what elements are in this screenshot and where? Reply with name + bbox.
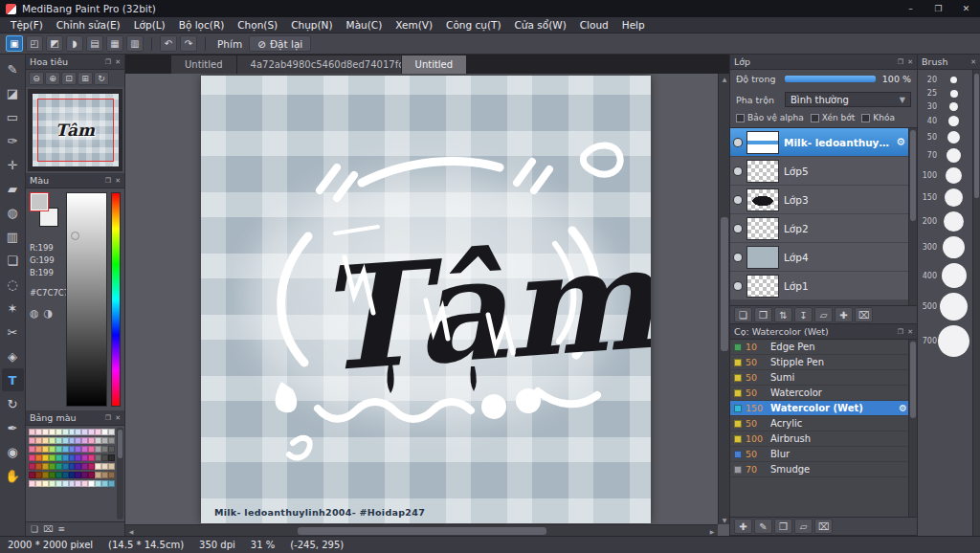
palette-swatch[interactable] xyxy=(35,463,42,470)
brush-size-scrollbar[interactable] xyxy=(972,70,980,536)
palette-swatch[interactable] xyxy=(81,454,88,461)
layer-row[interactable]: Lớp5 ⚙ xyxy=(730,157,917,186)
panel-close-icon[interactable]: ✕ xyxy=(907,328,913,336)
brush-folder-icon[interactable]: ▱ xyxy=(794,519,813,534)
layer-folder-icon[interactable]: ▱ xyxy=(814,307,833,322)
palette-swatch[interactable] xyxy=(108,437,115,444)
undo-icon[interactable]: ↶ xyxy=(160,35,177,52)
zoom-fit-icon[interactable]: ⊞ xyxy=(78,72,93,85)
palette-swatch[interactable] xyxy=(108,446,115,453)
palette-swatch[interactable] xyxy=(62,429,69,435)
layer-list-scrollbar[interactable] xyxy=(908,128,917,305)
palette-swatch[interactable] xyxy=(75,437,81,444)
brush-size-option[interactable]: 700 xyxy=(920,325,970,357)
palette-swatch[interactable] xyxy=(35,480,42,487)
panel-float-icon[interactable]: ❐ xyxy=(898,58,903,66)
palette-swatch[interactable] xyxy=(81,429,88,435)
palette-swatch[interactable] xyxy=(35,429,42,435)
rotate-reset-icon[interactable]: ↻ xyxy=(94,72,109,85)
palette-swatch[interactable] xyxy=(81,463,88,470)
palette-swatch[interactable] xyxy=(95,429,101,435)
opacity-slider[interactable] xyxy=(785,76,876,82)
brush-size-option[interactable]: 25 xyxy=(920,89,970,98)
canvas-horizontal-scrollbar[interactable]: ◀ ▶ xyxy=(125,524,718,536)
duplicate-brush-icon[interactable]: ❐ xyxy=(774,519,792,534)
palette-swatch[interactable] xyxy=(88,446,95,453)
add-color-icon[interactable]: ❏ xyxy=(31,524,38,534)
clipping-checkbox[interactable]: Xén bớt xyxy=(811,113,856,122)
saturation-value-picker[interactable] xyxy=(66,192,107,407)
palette-swatch[interactable] xyxy=(95,472,101,478)
palette-swatch[interactable] xyxy=(69,446,76,453)
palette-swatch[interactable] xyxy=(49,454,56,461)
scroll-thumb[interactable] xyxy=(721,217,728,351)
brush-size-option[interactable]: 500 xyxy=(920,293,970,321)
palette-swatch[interactable] xyxy=(88,437,95,444)
palette-swatch[interactable] xyxy=(75,480,81,487)
lock-checkbox[interactable]: Khóa xyxy=(861,113,895,122)
palette-swatch[interactable] xyxy=(56,446,62,453)
palette-swatch[interactable] xyxy=(29,463,35,470)
color-wheel-icon[interactable]: ◍ xyxy=(30,307,39,320)
palette-swatch[interactable] xyxy=(35,437,42,444)
hand-tool[interactable]: ✋ xyxy=(2,464,24,487)
brush-list-scrollbar[interactable] xyxy=(908,340,917,517)
rotate-tool[interactable]: ↻ xyxy=(2,392,24,415)
palette-swatch[interactable] xyxy=(69,472,76,478)
new-canvas-icon[interactable]: ▣ xyxy=(6,35,23,52)
palette-swatch[interactable] xyxy=(108,472,115,478)
palette-swatch[interactable] xyxy=(49,437,56,444)
shape-brush-tool[interactable]: ◈ xyxy=(2,344,24,367)
panel-close-icon[interactable]: ✕ xyxy=(115,177,121,185)
zoom-reset-icon[interactable]: ⊡ xyxy=(61,72,77,85)
material-icon[interactable]: ▥ xyxy=(126,35,144,52)
palette-swatch[interactable] xyxy=(49,480,56,487)
palette-swatch[interactable] xyxy=(75,429,81,435)
brush-tool[interactable]: ✎ xyxy=(2,57,24,80)
layer-visibility-dot[interactable] xyxy=(734,139,742,146)
blend-mode-dropdown[interactable]: Bình thường ▼ xyxy=(785,92,911,107)
palette-swatch[interactable] xyxy=(81,446,88,453)
palette-swatch[interactable] xyxy=(62,446,69,453)
phim-label[interactable]: Phím xyxy=(217,38,242,50)
palette-swatch[interactable] xyxy=(42,472,49,478)
bucket-tool[interactable]: ◍ xyxy=(2,201,24,224)
menu-chup[interactable]: Chụp(N) xyxy=(284,19,339,31)
brush-size-option[interactable]: 400 xyxy=(920,263,970,288)
move-tool[interactable]: ✛ xyxy=(2,153,24,176)
palette-swatch[interactable] xyxy=(95,463,101,470)
palette-swatch[interactable] xyxy=(101,446,108,453)
palette-swatch[interactable] xyxy=(56,437,62,444)
palette-swatch[interactable] xyxy=(69,463,76,470)
menu-cua-so[interactable]: Cửa sổ(W) xyxy=(508,19,573,31)
delete-color-icon[interactable]: ⌧ xyxy=(43,524,53,534)
palette-swatch[interactable] xyxy=(56,480,62,487)
palette-swatch[interactable] xyxy=(49,463,56,470)
scroll-down-icon[interactable]: ▼ xyxy=(719,515,729,524)
palette-swatch[interactable] xyxy=(35,472,42,478)
panel-float-icon[interactable]: ❐ xyxy=(105,414,111,422)
palette-swatch[interactable] xyxy=(95,446,101,453)
open-file-icon[interactable]: ◰ xyxy=(26,35,43,52)
brush-row[interactable]: 70 Smudge ⚙ xyxy=(730,462,917,477)
palette-swatch[interactable] xyxy=(108,454,115,461)
palette-swatch[interactable] xyxy=(101,454,108,461)
palette-swatch[interactable] xyxy=(108,429,115,435)
panel-float-icon[interactable]: ❐ xyxy=(105,58,111,66)
brush-size-option[interactable]: 200 xyxy=(920,211,970,232)
delete-brush-icon[interactable]: ⌧ xyxy=(814,519,833,534)
palette-swatch[interactable] xyxy=(108,480,115,487)
lasso-tool[interactable]: ◌ xyxy=(2,273,24,296)
palette-swatch[interactable] xyxy=(75,454,81,461)
palette-swatch[interactable] xyxy=(95,454,101,461)
panel-close-icon[interactable]: ✕ xyxy=(115,414,121,422)
palette-swatch[interactable] xyxy=(49,472,56,478)
palette-swatch[interactable] xyxy=(62,437,69,444)
scroll-thumb[interactable] xyxy=(974,74,979,198)
layer-visibility-dot[interactable] xyxy=(734,167,742,175)
panel-close-icon[interactable]: ✕ xyxy=(907,58,913,66)
palette-swatch[interactable] xyxy=(29,472,35,478)
palette-swatch[interactable] xyxy=(49,429,56,435)
palette-swatch[interactable] xyxy=(42,446,49,453)
convert-layer-icon[interactable]: ✚ xyxy=(835,307,853,322)
